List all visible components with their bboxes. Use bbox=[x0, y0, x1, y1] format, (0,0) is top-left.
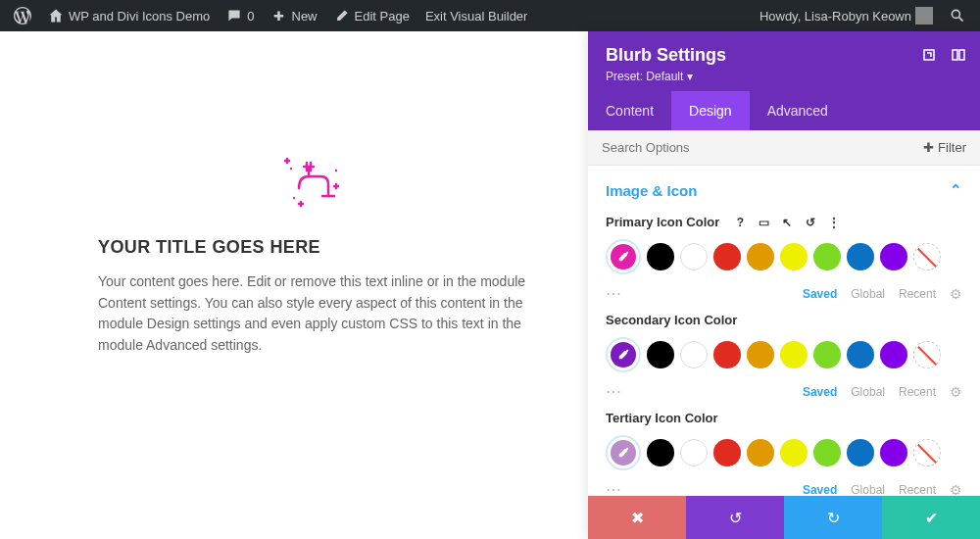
eyedropper-icon bbox=[611, 342, 636, 368]
palette-recent[interactable]: Recent bbox=[899, 483, 936, 497]
palette-global[interactable]: Global bbox=[851, 287, 885, 301]
admin-bar-right: Howdy, Lisa-Robyn Keown bbox=[754, 7, 972, 24]
reset-icon[interactable]: ↺ bbox=[804, 216, 817, 229]
color-swatch[interactable] bbox=[813, 341, 841, 368]
swatch-row bbox=[606, 435, 962, 470]
palette-recent[interactable]: Recent bbox=[899, 385, 936, 399]
panel-title: Blurb Settings bbox=[606, 45, 962, 66]
palette-saved[interactable]: Saved bbox=[803, 483, 837, 497]
tab-design[interactable]: Design bbox=[671, 91, 750, 130]
color-swatch[interactable] bbox=[647, 243, 674, 270]
option-label-text: Tertiary Icon Color bbox=[606, 411, 718, 425]
option-label-text: Secondary Icon Color bbox=[606, 313, 737, 327]
admin-bar-left: WP and Divi Icons Demo 0 ✚ New Edit Page… bbox=[8, 7, 533, 24]
palette-saved[interactable]: Saved bbox=[803, 385, 837, 399]
color-swatch[interactable] bbox=[780, 243, 808, 270]
menu-icon[interactable]: ⋮ bbox=[827, 216, 841, 229]
section-image-icon[interactable]: Image & Icon ⌃ bbox=[588, 166, 980, 209]
transparent-swatch[interactable] bbox=[913, 439, 941, 466]
color-swatch[interactable] bbox=[713, 341, 741, 368]
snap-icon[interactable] bbox=[951, 47, 966, 63]
transparent-swatch[interactable] bbox=[913, 243, 941, 270]
home-icon bbox=[47, 7, 65, 24]
responsive-icon[interactable]: ▭ bbox=[757, 216, 770, 229]
comment-icon bbox=[225, 7, 243, 24]
eyedropper-swatch[interactable] bbox=[606, 435, 641, 470]
option-label-text: Primary Icon Color bbox=[606, 215, 719, 229]
color-swatch[interactable] bbox=[680, 243, 708, 270]
wp-admin-bar: WP and Divi Icons Demo 0 ✚ New Edit Page… bbox=[0, 0, 980, 31]
blurb-title[interactable]: YOUR TITLE GOES HERE bbox=[98, 237, 529, 258]
drag-handle-icon[interactable]: ⋯ bbox=[606, 382, 623, 401]
transparent-swatch[interactable] bbox=[913, 341, 941, 368]
search-input[interactable] bbox=[602, 140, 923, 155]
drag-handle-icon[interactable]: ⋯ bbox=[606, 284, 623, 303]
color-swatch[interactable] bbox=[713, 439, 741, 466]
expand-icon[interactable] bbox=[921, 47, 937, 63]
eyedropper-icon bbox=[611, 440, 636, 466]
palette-global[interactable]: Global bbox=[851, 385, 885, 399]
color-swatch[interactable] bbox=[747, 341, 774, 368]
color-swatch[interactable] bbox=[680, 341, 708, 368]
panel-header: Blurb Settings Preset: Default ▾ bbox=[588, 31, 980, 91]
search-bar: ✚ Filter bbox=[588, 130, 980, 166]
gear-icon[interactable]: ⚙ bbox=[950, 482, 962, 497]
new-link[interactable]: ✚ New bbox=[265, 7, 323, 24]
cancel-button[interactable]: ✖ bbox=[588, 496, 686, 539]
gear-icon[interactable]: ⚙ bbox=[950, 384, 962, 400]
search-toggle[interactable] bbox=[943, 7, 972, 24]
help-icon[interactable]: ? bbox=[733, 216, 747, 229]
tab-content[interactable]: Content bbox=[588, 91, 671, 130]
color-swatch[interactable] bbox=[813, 243, 841, 270]
exit-visual-builder[interactable]: Exit Visual Builder bbox=[419, 9, 534, 24]
chevron-up-icon: ⌃ bbox=[950, 181, 962, 199]
hover-icon[interactable]: ↖ bbox=[780, 216, 794, 229]
option-label: Tertiary Icon Color bbox=[606, 411, 962, 425]
svg-rect-6 bbox=[959, 50, 964, 60]
palette-global[interactable]: Global bbox=[851, 483, 885, 497]
palette-saved[interactable]: Saved bbox=[803, 287, 837, 301]
palette-recent[interactable]: Recent bbox=[899, 287, 936, 301]
color-swatch[interactable] bbox=[647, 439, 674, 466]
panel-body: Image & Icon ⌃ Primary Icon Color?▭↖↺⋮⋯S… bbox=[588, 166, 980, 496]
edit-page-label: Edit Page bbox=[355, 9, 410, 24]
color-swatch[interactable] bbox=[880, 439, 907, 466]
color-swatch[interactable] bbox=[847, 341, 874, 368]
howdy-label: Howdy, Lisa-Robyn Keown bbox=[760, 9, 911, 24]
color-swatch[interactable] bbox=[647, 341, 674, 368]
redo-button[interactable]: ↻ bbox=[784, 496, 882, 539]
svg-rect-5 bbox=[953, 50, 957, 60]
panel-preset[interactable]: Preset: Default ▾ bbox=[606, 70, 962, 83]
color-swatch[interactable] bbox=[747, 439, 774, 466]
edit-page-link[interactable]: Edit Page bbox=[327, 7, 416, 24]
drag-handle-icon[interactable]: ⋯ bbox=[606, 480, 623, 496]
section-title: Image & Icon bbox=[606, 182, 697, 199]
wp-logo[interactable] bbox=[8, 7, 37, 24]
color-swatch[interactable] bbox=[880, 243, 907, 270]
eyedropper-swatch[interactable] bbox=[606, 239, 641, 274]
site-name[interactable]: WP and Divi Icons Demo bbox=[41, 7, 216, 24]
color-swatch[interactable] bbox=[747, 243, 774, 270]
color-swatch[interactable] bbox=[780, 439, 808, 466]
plus-icon: ✚ bbox=[270, 7, 288, 24]
color-swatch[interactable] bbox=[680, 439, 708, 466]
undo-button[interactable]: ↺ bbox=[686, 496, 784, 539]
blurb-body[interactable]: Your content goes here. Edit or remove t… bbox=[98, 271, 529, 357]
color-swatch[interactable] bbox=[780, 341, 808, 368]
save-button[interactable]: ✔ bbox=[882, 496, 980, 539]
workspace: YOUR TITLE GOES HERE Your content goes h… bbox=[0, 31, 980, 539]
svg-point-1 bbox=[290, 168, 292, 170]
howdy-user[interactable]: Howdy, Lisa-Robyn Keown bbox=[754, 7, 939, 24]
option-label: Primary Icon Color?▭↖↺⋮ bbox=[606, 215, 962, 229]
color-swatch[interactable] bbox=[847, 243, 874, 270]
gear-icon[interactable]: ⚙ bbox=[950, 286, 962, 302]
color-swatch[interactable] bbox=[847, 439, 874, 466]
eyedropper-swatch[interactable] bbox=[606, 337, 641, 372]
filter-button[interactable]: ✚ Filter bbox=[923, 140, 966, 155]
tab-advanced[interactable]: Advanced bbox=[750, 91, 846, 130]
color-swatch[interactable] bbox=[713, 243, 741, 270]
comments-link[interactable]: 0 bbox=[220, 7, 260, 24]
option-footer: ⋯SavedGlobalRecent⚙ bbox=[606, 480, 962, 496]
color-swatch[interactable] bbox=[880, 341, 907, 368]
color-swatch[interactable] bbox=[813, 439, 841, 466]
